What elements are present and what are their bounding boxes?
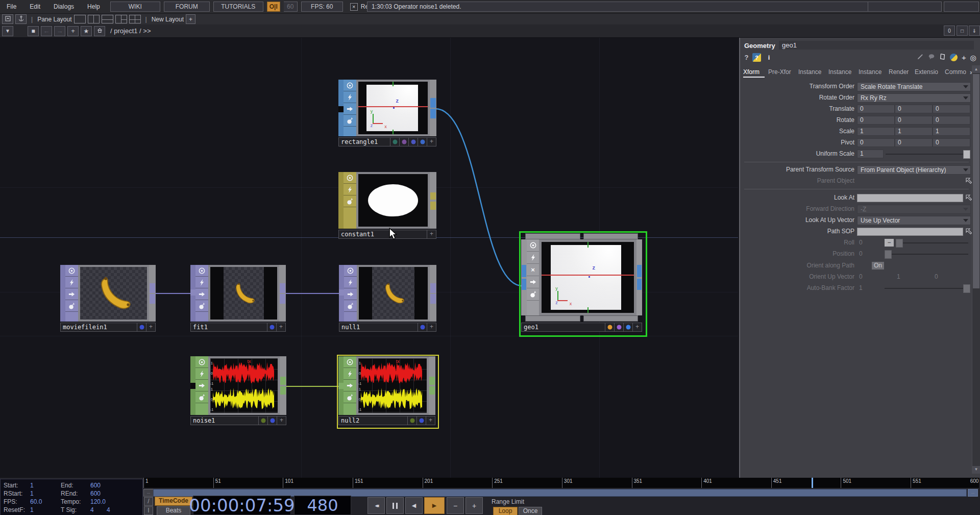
viewer-flag[interactable] [344, 80, 356, 91]
flag-dot[interactable] [624, 323, 633, 332]
viewer-flag[interactable] [344, 356, 356, 368]
output-connector[interactable] [430, 192, 436, 200]
menu-edit[interactable]: Edit [23, 3, 47, 10]
range-grip-right[interactable]: ... [968, 489, 978, 497]
node-null1[interactable]: null1 + [339, 265, 436, 332]
flag-dot[interactable] [137, 323, 146, 332]
path-sop-input[interactable] [857, 228, 963, 236]
range-grip-left[interactable]: ... [143, 489, 154, 497]
tab-extensions[interactable]: Extensio [915, 68, 941, 78]
forward-button[interactable]: → [54, 26, 65, 36]
rotate-order-dropdown[interactable]: Rx Ry Rz [857, 93, 971, 103]
node-constant1[interactable]: constant1 + [338, 172, 436, 239]
comment-button[interactable] [927, 53, 936, 62]
lock-flag[interactable] [527, 288, 539, 301]
cook-flag[interactable] [65, 288, 78, 300]
playhead[interactable] [812, 478, 813, 488]
play-button[interactable]: ▶ [424, 497, 445, 514]
tab-xform[interactable]: Xform [743, 68, 765, 78]
menu-file[interactable]: File [0, 3, 23, 10]
transform-order-dropdown[interactable]: Scale Rotate Translate [857, 82, 971, 91]
layout-split-horizontal-button[interactable] [102, 15, 113, 23]
translate-y-field[interactable]: 0 [895, 105, 933, 113]
once-button[interactable]: Once [519, 507, 542, 515]
cook-flag[interactable] [195, 380, 208, 391]
child-connector[interactable] [583, 315, 639, 322]
realtime-checkbox[interactable]: × [350, 3, 358, 11]
viewer-flag[interactable] [344, 172, 356, 184]
anchor-button[interactable] [15, 14, 27, 24]
wiki-button[interactable]: WIKI [110, 2, 160, 12]
cook-flag[interactable] [344, 103, 356, 115]
output-connector[interactable] [429, 386, 435, 395]
help-button[interactable]: ? [742, 53, 751, 62]
operator-name-field[interactable]: geo1 [779, 41, 974, 50]
tutorials-button[interactable]: TUTORIALS [213, 2, 263, 12]
layout-split-vertical-button[interactable] [88, 15, 100, 23]
flag-dot[interactable] [418, 137, 427, 146]
pivot-z-field[interactable]: 0 [933, 138, 970, 147]
tab-common[interactable]: Commo [945, 68, 966, 78]
tab-instance-2[interactable]: Instance [828, 68, 855, 78]
slider-thumb[interactable] [963, 150, 970, 159]
collapse-pane-button[interactable]: ⇓ [969, 26, 980, 36]
viewer-flag[interactable] [65, 265, 78, 277]
node-name[interactable]: rectangle1 [338, 137, 390, 146]
flag-dot[interactable] [417, 416, 426, 425]
add-flag-button[interactable]: + [426, 416, 435, 425]
lock-flag[interactable] [65, 300, 78, 312]
target-button[interactable]: ◎ [969, 53, 977, 62]
menu-dialogs[interactable]: Dialogs [47, 3, 81, 10]
uniform-scale-field[interactable]: 1 [857, 150, 884, 158]
python-help-button[interactable]: ? [752, 53, 761, 62]
rotate-x-field[interactable]: 0 [857, 116, 895, 125]
bypass-flag[interactable] [65, 277, 78, 288]
python-mode-button[interactable] [949, 53, 958, 62]
node-noise1[interactable]: tx 1 0 -1 1 0 -1 noi [190, 356, 286, 425]
scale-x-field[interactable]: 1 [857, 127, 895, 136]
output-connector[interactable] [150, 283, 155, 293]
lock-flag[interactable] [195, 300, 208, 312]
copy-parameters-button[interactable] [938, 53, 947, 62]
timecode-display[interactable]: 00:00:07:59 [193, 496, 291, 515]
step-forward-frame-button[interactable]: + [465, 497, 483, 514]
flag-dot[interactable] [615, 323, 624, 332]
bypass-flag[interactable] [344, 277, 357, 288]
output-connector[interactable] [280, 377, 286, 385]
add-flag-button[interactable]: + [427, 323, 436, 332]
node-name[interactable]: null2 [338, 416, 408, 425]
output-connector[interactable] [637, 265, 642, 277]
flag-dot[interactable] [605, 323, 615, 332]
node-name[interactable]: fit1 [190, 323, 267, 332]
home-button[interactable] [94, 26, 105, 36]
add-flag-button[interactable]: + [146, 323, 156, 332]
flag-dot[interactable] [408, 416, 417, 425]
output-connector[interactable] [430, 202, 436, 210]
parent-connector[interactable] [583, 233, 639, 239]
node-rectangle1[interactable]: z yxz rectangle1 [338, 80, 436, 146]
node-name[interactable]: constant1 [338, 230, 427, 239]
forum-button[interactable]: FORUM [164, 2, 210, 12]
output-connector[interactable] [430, 294, 436, 304]
midi-io-indicator[interactable]: O|I [267, 2, 280, 12]
node-name[interactable]: moviefilein1 [60, 323, 137, 332]
parent-connector[interactable] [525, 233, 580, 239]
node-fit1[interactable]: fit1 + [190, 265, 286, 332]
node-name[interactable]: null1 [339, 323, 418, 332]
add-layout-button[interactable]: + [186, 14, 195, 24]
add-parameter-button[interactable]: + [960, 53, 968, 62]
tab-pre-xform[interactable]: Pre-Xfor [768, 68, 795, 78]
viewer-flag[interactable] [527, 239, 539, 252]
bypass-flag[interactable] [344, 368, 356, 380]
add-flag-button[interactable]: + [427, 137, 436, 146]
flag-dot[interactable] [390, 137, 400, 146]
output-connector[interactable] [150, 294, 155, 304]
add-flag-button[interactable]: + [277, 323, 286, 332]
look-at-input[interactable] [857, 194, 963, 202]
lock-flag[interactable] [344, 115, 356, 127]
lock-flag[interactable] [195, 391, 208, 403]
node-name[interactable]: noise1 [190, 416, 259, 425]
pivot-x-field[interactable]: 0 [857, 138, 895, 147]
network-editor[interactable]: z yxz rectangle1 [0, 38, 738, 478]
node-geo1[interactable]: × z yxz [521, 233, 642, 332]
